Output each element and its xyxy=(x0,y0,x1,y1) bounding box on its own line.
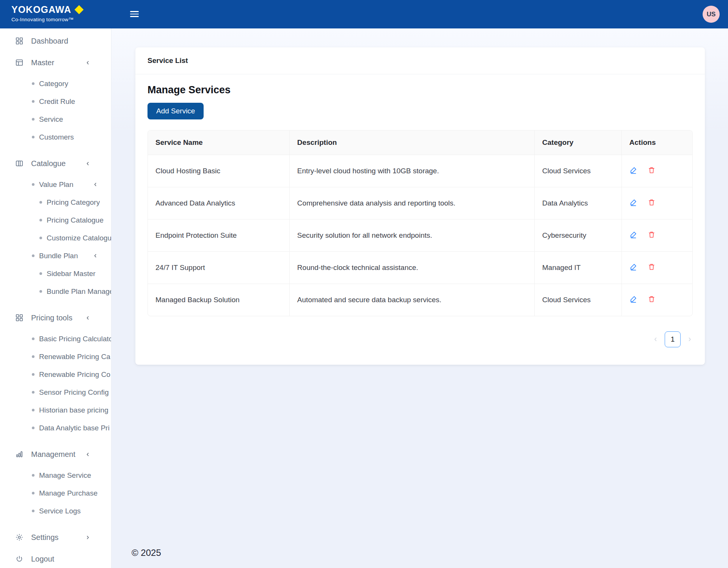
next-page-button[interactable] xyxy=(687,336,693,342)
sidebar-item-service[interactable]: Service xyxy=(0,110,111,128)
sidebar-item-renewable-pricing-co[interactable]: Renewable Pricing Co xyxy=(0,366,111,383)
bullet-icon xyxy=(32,136,35,138)
sidebar-item-logout[interactable]: Logout xyxy=(0,549,111,568)
sidebar-item-label: Service xyxy=(39,115,63,124)
sidebar-item-label: Renewable Pricing Ca xyxy=(39,353,110,361)
edit-button[interactable] xyxy=(629,231,637,238)
bullet-icon xyxy=(39,219,42,221)
pagination: 1 xyxy=(147,331,693,347)
sidebar-item-customers[interactable]: Customers xyxy=(0,128,111,146)
bullet-icon xyxy=(39,272,42,275)
copyright-text: © 2025 xyxy=(132,548,161,558)
edit-button[interactable] xyxy=(629,263,637,271)
bullet-icon xyxy=(32,409,35,411)
sidebar-item-customize-catalogue[interactable]: Customize Catalogue xyxy=(0,229,111,247)
chevron-left-icon xyxy=(85,315,91,321)
sidebar-item-manage-service[interactable]: Manage Service xyxy=(0,466,111,484)
bullet-icon xyxy=(32,337,35,340)
service-name-cell: Advanced Data Analytics xyxy=(148,187,289,220)
sidebar-item-label: Dashboard xyxy=(31,37,68,46)
page-title: Manage Services xyxy=(147,84,693,96)
sidebar-item-settings[interactable]: Settings xyxy=(0,528,111,547)
pencil-icon xyxy=(629,295,637,303)
pencil-icon xyxy=(629,166,637,174)
table-row: 24/7 IT Support Round-the-clock technica… xyxy=(148,252,692,284)
sidebar-item-manage-purchase[interactable]: Manage Purchase xyxy=(0,484,111,502)
trash-icon xyxy=(648,166,656,174)
page-1-button[interactable]: 1 xyxy=(665,331,681,347)
pencil-icon xyxy=(629,231,637,238)
edit-button[interactable] xyxy=(629,198,637,206)
user-avatar[interactable]: US xyxy=(703,6,720,23)
sidebar-item-master[interactable]: Master xyxy=(0,53,111,72)
sidebar-item-label: Renewable Pricing Co xyxy=(39,370,110,379)
chevron-left-icon xyxy=(85,60,91,66)
pencil-icon xyxy=(629,263,637,271)
table-row: Cloud Hosting Basic Entry-level cloud ho… xyxy=(148,155,692,187)
sidebar-item-label: Pricing Catalogue xyxy=(47,216,104,224)
add-service-button[interactable]: Add Service xyxy=(147,103,204,119)
service-name-cell: Managed Backup Solution xyxy=(148,284,289,316)
sidebar-item-service-logs[interactable]: Service Logs xyxy=(0,502,111,520)
delete-button[interactable] xyxy=(648,198,656,206)
sidebar-item-label: Sidebar Master xyxy=(47,270,96,278)
sidebar-item-catalogue[interactable]: Catalogue xyxy=(0,154,111,173)
sidebar-item-sidebar-master[interactable]: Sidebar Master xyxy=(0,265,111,282)
previous-page-button[interactable] xyxy=(653,336,659,342)
sidebar-item-label: Pricing tools xyxy=(31,314,72,322)
sidebar-item-bundle-plan[interactable]: Bundle Plan xyxy=(0,247,111,265)
bullet-icon xyxy=(32,391,35,394)
delete-button[interactable] xyxy=(648,263,656,271)
bullet-icon xyxy=(32,373,35,376)
sidebar-toggle-button[interactable] xyxy=(130,9,140,19)
sidebar-item-pricing-category[interactable]: Pricing Category xyxy=(0,193,111,211)
sidebar-item-label: Manage Purchase xyxy=(39,489,97,497)
delete-button[interactable] xyxy=(648,295,656,303)
trash-icon xyxy=(648,295,656,303)
sidebar-item-management[interactable]: Management xyxy=(0,445,111,464)
sidebar-item-label: Catalogue xyxy=(31,159,66,168)
sidebar-item-renewable-pricing-ca[interactable]: Renewable Pricing Ca xyxy=(0,348,111,366)
bar-chart-icon xyxy=(15,450,24,458)
gear-icon xyxy=(15,533,24,541)
sidebar-item-label: Customers xyxy=(39,133,74,141)
category-cell: Cloud Services xyxy=(535,155,622,187)
sidebar-item-pricing-catalogue[interactable]: Pricing Catalogue xyxy=(0,211,111,229)
service-name-cell: Cloud Hosting Basic xyxy=(148,155,289,187)
category-cell: Managed IT xyxy=(535,252,622,284)
services-table: Service Name Description Category Action… xyxy=(147,130,693,316)
description-cell: Automated and secure data backup service… xyxy=(289,284,534,316)
sidebar-item-label: Customize Catalogue xyxy=(47,234,111,242)
chevron-left-icon xyxy=(93,253,98,259)
sidebar-item-sensor-pricing-config[interactable]: Sensor Pricing Config xyxy=(0,383,111,401)
brand-tagline: Co-Innovating tomorrow™ xyxy=(11,17,82,22)
column-header-description: Description xyxy=(289,130,534,155)
sidebar-item-category[interactable]: Category xyxy=(0,75,111,93)
delete-button[interactable] xyxy=(648,166,656,174)
edit-button[interactable] xyxy=(629,166,637,174)
sidebar-item-data-analytic-base-pricing[interactable]: Data Analytic base Pri xyxy=(0,419,111,437)
sidebar-item-label: Service Logs xyxy=(39,507,81,515)
main-content: Service List Manage Services Add Service… xyxy=(111,28,728,568)
delete-button[interactable] xyxy=(648,231,656,238)
category-cell: Data Analytics xyxy=(535,187,622,220)
edit-button[interactable] xyxy=(629,295,637,303)
sidebar-item-pricing-tools[interactable]: Pricing tools xyxy=(0,308,111,327)
sidebar-item-basic-pricing-calculator[interactable]: Basic Pricing Calculator xyxy=(0,330,111,348)
chevron-left-icon xyxy=(85,161,91,166)
page-footer: © 2025 xyxy=(111,548,728,568)
sidebar-item-credit-rule[interactable]: Credit Rule xyxy=(0,93,111,110)
chevron-right-icon xyxy=(85,535,91,540)
column-header-service-name: Service Name xyxy=(148,130,289,155)
sidebar-item-label: Management xyxy=(31,450,75,459)
column-header-actions: Actions xyxy=(621,130,692,155)
brand-logo: YOKOGAWA Co-Innovating tomorrow™ xyxy=(11,4,82,22)
sidebar-item-historian-base-pricing[interactable]: Historian base pricing xyxy=(0,401,111,419)
bullet-icon xyxy=(32,427,35,429)
sidebar-item-value-plan[interactable]: Value Plan xyxy=(0,176,111,193)
sidebar-item-label: Credit Rule xyxy=(39,97,75,106)
sidebar-item-dashboard[interactable]: Dashboard xyxy=(0,31,111,50)
sidebar-item-label: Historian base pricing xyxy=(39,406,108,414)
sidebar-item-bundle-plan-management[interactable]: Bundle Plan Management xyxy=(0,282,111,300)
columns-icon xyxy=(15,159,24,168)
